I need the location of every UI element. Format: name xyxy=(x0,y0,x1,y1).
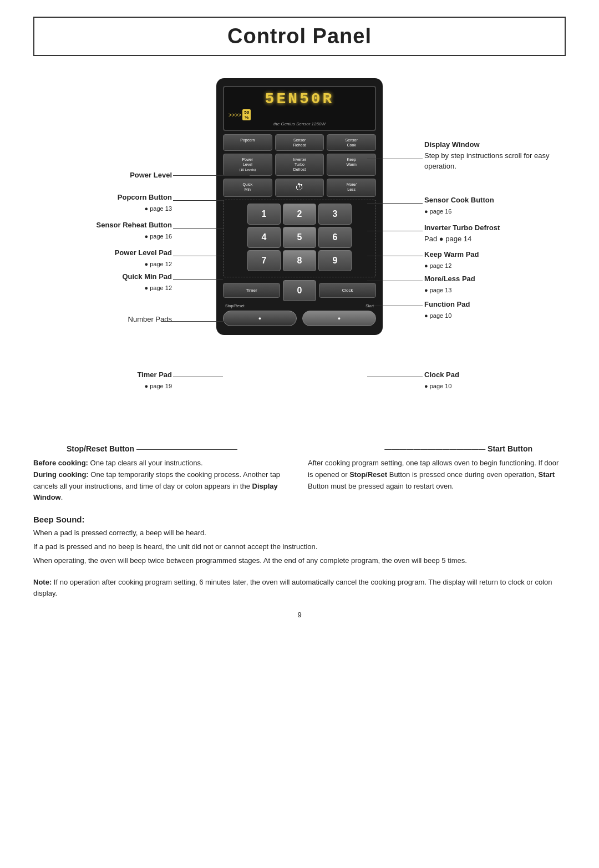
num-row-2: 4 5 6 xyxy=(226,227,373,248)
function-pad-label: Function Pad ● page 10 xyxy=(424,299,555,321)
num-3[interactable]: 3 xyxy=(318,204,352,225)
connector-quick-min xyxy=(173,279,223,280)
function-pad-text: Function Pad xyxy=(424,300,470,308)
sensor-cook-page: ● page 16 xyxy=(424,208,451,215)
start-desc-stop-bold: Stop/Reset xyxy=(349,470,387,479)
page: Control Panel 5EN50R >>>> 50% the Genius… xyxy=(0,0,599,641)
microwave-panel: 5EN50R >>>> 50% the Genius Sensor 1250W … xyxy=(216,78,383,335)
note-body: If no operation after cooking program se… xyxy=(33,578,552,598)
sensor-cook-label: Sensor Cook Button ● page 16 xyxy=(424,195,555,216)
num-4[interactable]: 4 xyxy=(247,227,281,248)
clock-pad-text: Clock Pad xyxy=(424,370,459,379)
beep-sound-section: Beep Sound: When a pad is pressed correc… xyxy=(33,515,566,566)
power-level-pad-text: Power Level Pad xyxy=(115,248,172,257)
num-6[interactable]: 6 xyxy=(318,227,352,248)
timer-pad-text: Timer Pad xyxy=(137,370,172,379)
connector-sensor-reheat xyxy=(173,228,223,229)
popcorn-btn-label: Popcorn Button ● page 13 xyxy=(44,192,172,214)
display-digits: 5EN50R xyxy=(229,90,370,108)
quick-min-label-text: Quick Min Pad xyxy=(122,272,172,281)
sensor-reheat-label-text: Sensor Reheat Button xyxy=(96,221,172,229)
num-row-1: 1 2 3 xyxy=(226,204,373,225)
display-window-desc: Step by step instructions scroll for eas… xyxy=(424,151,549,171)
more-less-button[interactable]: More/Less xyxy=(327,179,376,197)
start-desc-start-bold: Start xyxy=(539,470,555,479)
action-labels: Stop/Reset Start xyxy=(223,304,376,308)
stop-reset-btn-label: Stop/Reset Button —————————————— xyxy=(67,444,237,453)
start-desc: After cooking program setting, one tap a… xyxy=(308,458,566,504)
connector-power-level xyxy=(173,175,250,176)
connector-sensor-cook xyxy=(367,203,423,204)
stop-reset-button[interactable]: ● xyxy=(223,311,297,326)
num-9[interactable]: 9 xyxy=(318,250,352,271)
stop-reset-title: Stop/Reset Button xyxy=(67,444,134,453)
clock-button[interactable]: Clock xyxy=(319,283,376,298)
brand-text: the Genius Sensor 1250W xyxy=(229,121,370,126)
start-title: Start Button xyxy=(488,444,532,453)
title-box: Control Panel xyxy=(33,17,566,56)
number-pad: 1 2 3 4 5 6 7 8 9 xyxy=(223,200,376,277)
num-8[interactable]: 8 xyxy=(283,250,316,271)
start-desc-end: Button must be pressed again to restart … xyxy=(308,482,454,490)
connector-display-window xyxy=(367,159,423,159)
button-row-3: QuickMin ⏱ More/Less xyxy=(223,179,376,197)
timer-zero-clock-row: Timer 0 Clock xyxy=(223,280,376,301)
action-buttons-labels-row: Stop/Reset Button —————————————— ———————… xyxy=(33,444,566,453)
sensor-reheat-button[interactable]: SensorReheat xyxy=(275,134,324,151)
start-button[interactable]: ● xyxy=(302,311,376,326)
power-badge: 50% xyxy=(242,109,251,120)
start-dashes: —————————————— xyxy=(384,445,485,453)
function-button[interactable]: ⏱ xyxy=(275,179,324,197)
power-level-button[interactable]: PowerLevel(10 Levels) xyxy=(223,154,272,176)
keep-warm-text: Keep Warm Pad xyxy=(424,250,479,258)
connector-keep-warm xyxy=(367,256,423,256)
popcorn-btn-label-text: Popcorn Button xyxy=(118,193,172,201)
zero-button[interactable]: 0 xyxy=(283,280,316,301)
action-row: ● ● xyxy=(223,311,376,326)
button-row-2: PowerLevel(10 Levels) InverterTurboDefro… xyxy=(223,154,376,176)
keep-warm-button[interactable]: KeepWarm xyxy=(327,154,376,176)
action-descriptions: Before cooking: One tap clears all your … xyxy=(33,458,566,504)
clock-pad-page: ● page 10 xyxy=(424,383,451,389)
beep-line-2: If a pad is pressed and no beep is heard… xyxy=(33,541,566,553)
power-level-label: Power Level xyxy=(44,170,172,181)
num-2[interactable]: 2 xyxy=(283,204,316,225)
page-title: Control Panel xyxy=(34,24,565,48)
timer-button[interactable]: Timer xyxy=(223,283,280,298)
connector-function xyxy=(367,306,423,306)
note-section: Note: If no operation after cooking prog… xyxy=(33,577,566,600)
power-level-label-text: Power Level xyxy=(130,171,172,179)
display-screen: 5EN50R >>>> 50% the Genius Sensor 1250W xyxy=(223,86,376,131)
start-btn-label: —————————————— Start Button xyxy=(384,444,532,453)
stop-reset-dashes: —————————————— xyxy=(136,445,237,453)
sensor-cook-button[interactable]: SensorCook xyxy=(327,134,376,151)
connector-inverter-turbo xyxy=(367,231,423,231)
sensor-reheat-label: Sensor Reheat Button ● page 16 xyxy=(44,220,172,241)
timer-pad-label: Timer Pad ● page 19 xyxy=(44,369,172,391)
page-number: 9 xyxy=(33,611,566,619)
inverter-turbo-button[interactable]: InverterTurboDefrost xyxy=(275,154,324,176)
note-title: Note: xyxy=(33,578,52,586)
inverter-turbo-page: Pad ● page 14 xyxy=(424,235,471,243)
more-less-text: More/Less Pad xyxy=(424,275,475,283)
power-level-pad-page: ● page 12 xyxy=(145,261,172,267)
quick-min-button[interactable]: QuickMin xyxy=(223,179,272,197)
popcorn-page-ref: ● page 13 xyxy=(145,205,172,212)
more-less-label: More/Less Pad ● page 13 xyxy=(424,273,555,295)
num-5[interactable]: 5 xyxy=(283,227,316,248)
keep-warm-label: Keep Warm Pad ● page 12 xyxy=(424,249,555,271)
connector-more-less xyxy=(367,281,423,281)
power-arrows: >>>> xyxy=(229,112,241,118)
diagram-area: 5EN50R >>>> 50% the Genius Sensor 1250W … xyxy=(33,73,566,433)
num-7[interactable]: 7 xyxy=(247,250,281,271)
connector-popcorn xyxy=(173,200,223,201)
display-window-title: Display Window xyxy=(424,140,480,149)
more-less-page: ● page 13 xyxy=(424,287,451,293)
start-desc-middle: Button is pressed once during oven opera… xyxy=(389,470,536,479)
stop-reset-desc: Before cooking: One tap clears all your … xyxy=(33,458,291,504)
num-1[interactable]: 1 xyxy=(247,204,281,225)
beep-sound-title: Beep Sound: xyxy=(33,515,566,524)
keep-warm-page: ● page 12 xyxy=(424,262,451,269)
connector-timer xyxy=(173,377,223,377)
popcorn-button[interactable]: Popcorn xyxy=(223,134,272,151)
